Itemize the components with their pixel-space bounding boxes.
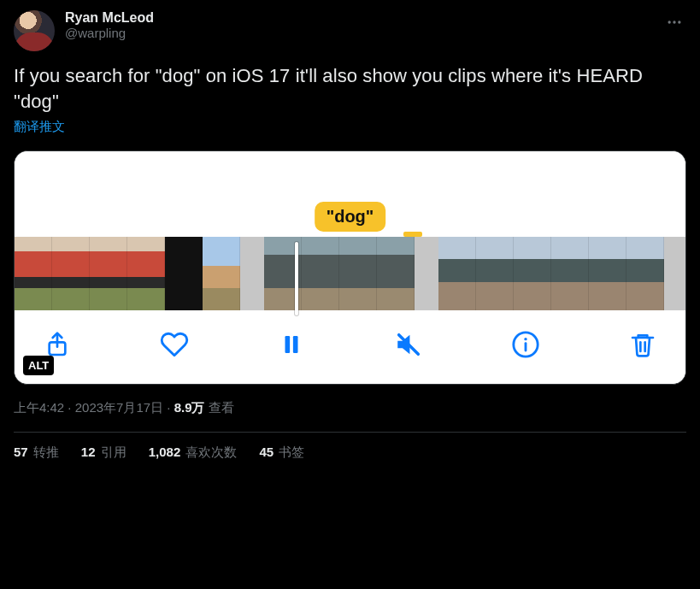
clip-thumb: [377, 237, 415, 310]
clip-group-3: [438, 237, 664, 310]
svg-point-0: [668, 21, 671, 23]
clip-thumb: [15, 237, 52, 310]
tweet-meta: 上午4:42 · 2023年7月17日 · 8.9万 查看: [14, 400, 686, 416]
svg-point-1: [673, 21, 675, 23]
tweet-header: Ryan McLeod @warpling: [14, 10, 686, 51]
clip-thumb: [626, 237, 664, 310]
mute-button[interactable]: [391, 327, 426, 362]
info-button[interactable]: [509, 327, 543, 362]
svg-point-9: [524, 338, 526, 340]
clip-thumb: [438, 237, 476, 310]
tweet-time[interactable]: 上午4:42: [14, 400, 64, 415]
user-handle: @warpling: [65, 26, 154, 40]
retweets-stat[interactable]: 57 转推: [14, 445, 59, 461]
translate-link[interactable]: 翻译推文: [14, 119, 65, 135]
clip-thumb: [127, 237, 165, 310]
clip-thumb: [165, 237, 203, 310]
clip-thumb: [302, 237, 339, 310]
media-preview: "dog": [15, 151, 685, 237]
views-count: 8.9万: [174, 400, 205, 415]
clip-thumb: [551, 237, 589, 310]
clip-thumb: [589, 237, 626, 310]
tweet-text: If you search for "dog" on iOS 17 it'll …: [14, 63, 686, 114]
media-card[interactable]: "dog": [14, 150, 686, 385]
clip-thumb: [339, 237, 377, 310]
clip-thumb: [90, 237, 127, 310]
clip-group-2: [264, 237, 415, 310]
share-icon: [44, 331, 71, 358]
pause-icon: [279, 332, 304, 357]
playhead[interactable]: [295, 242, 298, 315]
clip-thumb: [476, 237, 514, 310]
clip-thumb: [514, 237, 551, 310]
caption-bubble: "dog": [315, 202, 386, 232]
svg-point-2: [678, 21, 680, 23]
pause-button[interactable]: [274, 327, 309, 362]
video-timeline[interactable]: [15, 237, 685, 310]
user-name-block[interactable]: Ryan McLeod @warpling: [65, 10, 154, 40]
trash-icon: [629, 331, 656, 358]
likes-stat[interactable]: 1,082 喜欢次数: [149, 445, 238, 461]
tweet-date[interactable]: 2023年7月17日: [75, 400, 163, 415]
quotes-stat[interactable]: 12 引用: [81, 445, 126, 461]
delete-button[interactable]: [626, 327, 660, 362]
clip-thumb: [52, 237, 90, 310]
clip-group-1: [15, 237, 240, 310]
clip-thumb: [203, 237, 240, 310]
svg-rect-4: [285, 336, 291, 353]
avatar[interactable]: [14, 10, 55, 51]
info-icon: [511, 330, 540, 359]
divider: [14, 432, 686, 433]
media-toolbar: [15, 310, 685, 384]
more-button[interactable]: [662, 10, 686, 34]
alt-badge[interactable]: ALT: [23, 356, 54, 375]
heart-icon: [160, 330, 189, 359]
views-label: 查看: [209, 400, 234, 415]
display-name: Ryan McLeod: [65, 10, 154, 26]
like-button[interactable]: [157, 327, 191, 362]
tweet-stats: 57 转推 12 引用 1,082 喜欢次数 45 书签: [14, 445, 686, 461]
caption-marker: [403, 232, 422, 237]
volume-mute-icon: [394, 330, 423, 359]
svg-rect-5: [293, 336, 298, 353]
bookmarks-stat[interactable]: 45 书签: [259, 445, 304, 461]
ellipsis-icon: [666, 14, 683, 31]
